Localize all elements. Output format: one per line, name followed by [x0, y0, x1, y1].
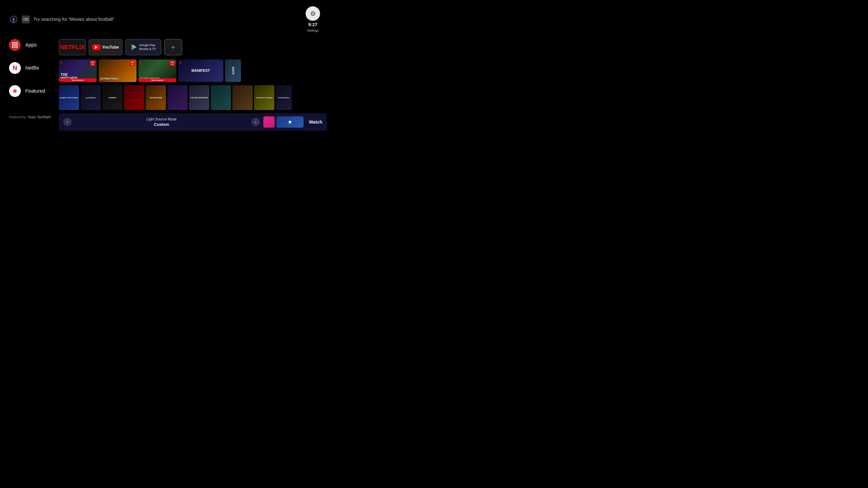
- featured-card-6[interactable]: [167, 85, 188, 110]
- microphone-icon[interactable]: [9, 15, 18, 24]
- netflix-card-blackmirror[interactable]: N TOP10 BLACK MIRROR New Season: [138, 59, 176, 82]
- streaming-icons: ★: [264, 116, 304, 128]
- netflix-card-extraction[interactable]: TOP10 EXTRACTION 2: [98, 59, 136, 82]
- sidebar-apps-label: Apps: [25, 42, 37, 48]
- apps-icon: [9, 39, 21, 51]
- netflix-app-tile[interactable]: NETFLIX: [59, 39, 86, 55]
- manifest-bg: N MANIFEST: [178, 59, 223, 82]
- grid-dot: [14, 44, 16, 46]
- netflix-card-suits[interactable]: SUITS: [225, 59, 241, 82]
- apps-row: NETFLIX YouTube Google Play Movies & TV: [59, 39, 327, 55]
- youtube-logo-icon: [92, 44, 100, 50]
- sidebar: Apps N Netflix Featured Featured by Apps…: [0, 39, 54, 131]
- fc5-title: THE MACHINE: [149, 97, 162, 99]
- google-play-line1: Google Play: [139, 43, 156, 47]
- next-icon: ›: [255, 120, 256, 125]
- new-season-bm: New Season: [138, 78, 176, 82]
- header: ⌨ Try searching for "Movies about footba…: [0, 0, 329, 32]
- fc7-bg: THE MAN FROM ROME: [189, 85, 209, 110]
- watch-label: Watch: [309, 120, 322, 125]
- grid-dot: [12, 42, 13, 43]
- featured-card-3[interactable]: UNSEEN: [102, 85, 123, 110]
- main-content: Apps N Netflix Featured Featured by Apps…: [0, 39, 329, 131]
- grid-dot: [16, 44, 18, 46]
- netflix-n-badge: N: [60, 61, 62, 64]
- fc4-bg: [124, 85, 144, 110]
- sidebar-item-featured[interactable]: Featured: [9, 85, 54, 97]
- svg-marker-4: [12, 88, 18, 93]
- google-play-app-tile[interactable]: Google Play Movies & TV: [125, 39, 161, 55]
- sidebar-item-apps[interactable]: Apps: [9, 39, 54, 51]
- featured-cards-row: Knights of the Zodiac Luchadores UNSEEN …: [59, 85, 327, 110]
- netflix-logo: NETFLIX: [60, 43, 85, 51]
- light-mode-value: Custom: [75, 122, 248, 127]
- grid-dot: [12, 44, 13, 46]
- next-button[interactable]: ›: [252, 118, 260, 126]
- sidebar-featured-label: Featured: [25, 88, 45, 94]
- blackmirror-bg: N TOP10 BLACK MIRROR New Season: [138, 59, 176, 82]
- fc9-bg: [232, 85, 253, 110]
- featured-card-8[interactable]: [211, 85, 231, 110]
- fc2-bg: Luchadores: [81, 85, 101, 110]
- google-play-line2: Movies & TV: [139, 47, 156, 51]
- suits-title: SUITS: [231, 67, 235, 74]
- sidebar-netflix-label: Netflix: [25, 65, 39, 71]
- keyboard-icon[interactable]: ⌨: [22, 15, 30, 24]
- netflix-n-letter: N: [13, 64, 17, 72]
- add-app-tile[interactable]: +: [164, 39, 182, 55]
- grid-dot: [12, 46, 13, 48]
- featured-card-9[interactable]: [232, 85, 253, 110]
- featured-card-10[interactable]: Christmas in Toyland: [254, 85, 274, 110]
- netflix-icon: N: [9, 62, 21, 74]
- prev-icon: ‹: [67, 120, 68, 125]
- extraction-bg: TOP10 EXTRACTION 2: [98, 59, 136, 82]
- fc1-title: Knights of the Zodiac: [59, 96, 79, 100]
- paramount-icon[interactable]: ★: [276, 116, 304, 128]
- featured-card-2[interactable]: Luchadores: [81, 85, 101, 110]
- featured-card-1[interactable]: Knights of the Zodiac: [59, 85, 79, 110]
- youtube-app-tile[interactable]: YouTube: [89, 39, 123, 55]
- manifest-title: MANIFEST: [189, 66, 212, 75]
- netflix-cards-row: N TOP10 THEWITCHER New Season TOP10 EXTR…: [59, 59, 327, 82]
- settings-button[interactable]: ⚙: [306, 6, 320, 21]
- featured-card-4[interactable]: [124, 85, 144, 110]
- grid-dot: [14, 42, 16, 43]
- svg-rect-1: [13, 18, 14, 20]
- suits-bg: SUITS: [225, 59, 241, 82]
- top10-badge-bm: TOP10: [169, 61, 175, 66]
- prev-button[interactable]: ‹: [63, 118, 71, 126]
- fc1-bg: Knights of the Zodiac: [59, 85, 79, 110]
- fc3-bg: UNSEEN: [102, 85, 123, 110]
- light-mode-text: Light Source Mode Custom: [75, 117, 248, 127]
- search-hint[interactable]: Try searching for "Movies about football…: [33, 17, 114, 22]
- netflix-card-manifest[interactable]: N MANIFEST: [178, 59, 223, 82]
- featured-by-section: Featured by Apps Spotlight: [9, 115, 54, 119]
- fc5-bg: THE MACHINE: [146, 85, 166, 110]
- featured-by-label: Featured by: [9, 115, 26, 119]
- top10-badge-extraction: TOP10: [130, 61, 135, 66]
- paramount-star-icon: ★: [287, 119, 292, 125]
- google-play-icon: [131, 44, 137, 51]
- fc7-title: THE MAN FROM ROME: [190, 97, 208, 98]
- fc8-bg: [211, 85, 231, 110]
- fc6-bg: [167, 85, 188, 110]
- content-area: NETFLIX YouTube Google Play Movies & TV: [54, 39, 329, 131]
- featured-card-7[interactable]: THE MAN FROM ROME: [189, 85, 209, 110]
- netflix-card-witcher[interactable]: N TOP10 THEWITCHER New Season: [59, 59, 97, 82]
- settings-label: Settings: [307, 29, 319, 32]
- fc10-title: Christmas in Toyland: [256, 97, 272, 98]
- featured-card-5[interactable]: THE MACHINE: [146, 85, 166, 110]
- featured-card-11[interactable]: Transmorphers: [276, 85, 291, 110]
- sidebar-featured-by: Featured by Apps Spotlight: [9, 113, 54, 119]
- google-play-label: Google Play Movies & TV: [139, 43, 156, 51]
- grid-dot: [16, 42, 18, 43]
- sidebar-item-netflix[interactable]: N Netflix: [9, 62, 54, 74]
- new-season-badge: New Season: [59, 78, 97, 82]
- featured-icon: [9, 85, 21, 97]
- streaming-icon-pink[interactable]: [264, 116, 275, 128]
- netflix-n-bm: N: [140, 61, 142, 64]
- extraction-title: EXTRACTION 2: [100, 77, 119, 80]
- fc11-bg: Transmorphers: [276, 85, 291, 110]
- top10-badge: TOP10: [90, 61, 95, 66]
- youtube-label: YouTube: [102, 45, 119, 50]
